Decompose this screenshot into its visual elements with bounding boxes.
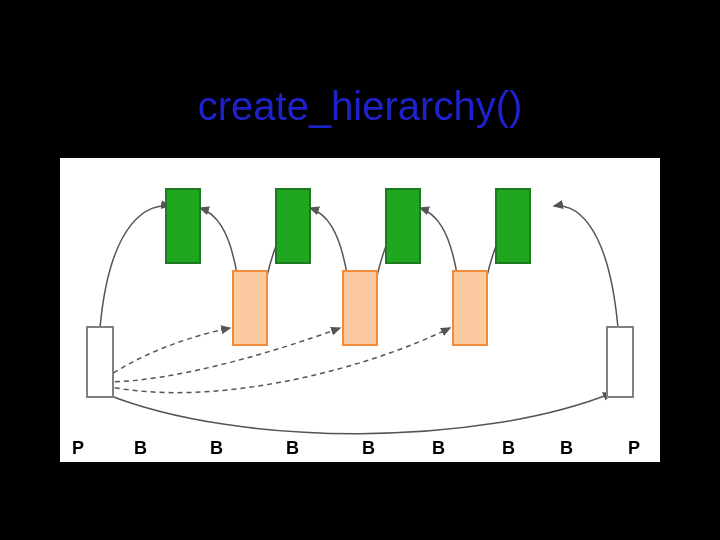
slide: create_hierarchy()	[0, 0, 720, 540]
hierarchy-diagram: P B B B B B B B P	[60, 158, 660, 462]
frame-label: B	[432, 438, 445, 459]
green-node	[385, 188, 421, 264]
frame-label: B	[560, 438, 573, 459]
green-node	[495, 188, 531, 264]
frame-label: B	[502, 438, 515, 459]
frame-label: B	[210, 438, 223, 459]
orange-node	[452, 270, 488, 346]
slide-title: create_hierarchy()	[0, 84, 720, 129]
frame-label: B	[286, 438, 299, 459]
frame-label: B	[134, 438, 147, 459]
p-node-right	[606, 326, 634, 398]
green-node	[275, 188, 311, 264]
frame-label: P	[628, 438, 640, 459]
orange-node	[342, 270, 378, 346]
green-node	[165, 188, 201, 264]
orange-node	[232, 270, 268, 346]
p-node-left	[86, 326, 114, 398]
frame-label: P	[72, 438, 84, 459]
frame-label: B	[362, 438, 375, 459]
